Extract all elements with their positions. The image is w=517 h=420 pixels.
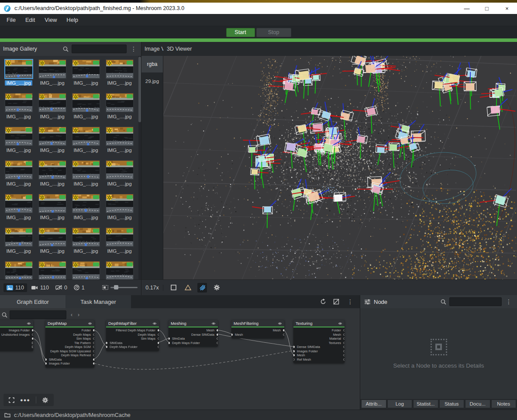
connector-pin[interactable] <box>231 334 233 336</box>
node-tab-statist[interactable]: Statist... <box>413 399 438 408</box>
thumbnail[interactable]: IMG_....jpg <box>35 158 69 192</box>
node-output-depth-maps-sgm-upscaled[interactable]: Depth Maps SGM Upscaled <box>45 349 94 354</box>
node-output-sim-maps[interactable]: Sim Maps <box>45 337 94 341</box>
camera-count-group[interactable]: 110 <box>29 283 51 292</box>
viewport-3d[interactable] <box>163 56 517 279</box>
connector-pin[interactable] <box>93 334 94 336</box>
thumbnail[interactable]: IMG_....jpg <box>35 91 69 124</box>
graph-settings-gear-icon[interactable] <box>42 397 48 403</box>
graph-node-meshfiltering[interactable]: MeshFilteringMeshMesh <box>231 320 284 338</box>
connector-pin[interactable] <box>343 354 345 356</box>
node-output-textures[interactable]: Textures <box>293 341 345 345</box>
node-tab-attrib[interactable]: Attrib... <box>361 399 386 408</box>
node-output-depth-maps[interactable]: Depth Maps <box>106 333 159 337</box>
bounding-box-icon[interactable] <box>169 283 178 293</box>
connector-pin[interactable] <box>93 342 94 344</box>
connector-pin[interactable] <box>106 346 107 348</box>
thumbnail[interactable]: IMG_....jpg <box>2 158 35 192</box>
node-input-sfmdata[interactable]: SfMData <box>45 358 94 362</box>
connector-pin[interactable] <box>158 334 159 336</box>
thumbnail[interactable]: IMG_....jpg <box>69 124 103 158</box>
node-input-images-folder[interactable]: Images Folder <box>45 361 94 366</box>
viewer-settings-gear-icon[interactable] <box>212 283 221 293</box>
thumbnail[interactable]: IMG_....jpg <box>69 225 103 259</box>
node-input-ref-mesh[interactable]: Ref Mesh <box>293 358 345 362</box>
next-result-icon[interactable]: › <box>78 312 79 318</box>
menu-edit[interactable]: Edit <box>21 15 40 25</box>
node-input-depth-maps-folder[interactable]: Depth Maps Folder <box>106 345 159 349</box>
connector-pin[interactable] <box>32 342 33 344</box>
maximize-button[interactable]: □ <box>477 3 497 14</box>
node-tab-notes[interactable]: Notes <box>491 399 517 408</box>
node-input-images-folder[interactable]: Images Folder <box>293 349 345 354</box>
connector-pin[interactable] <box>169 342 170 344</box>
graph-node-depthmapfilter[interactable]: DepthMapFilterFiltered Depth Maps Folder… <box>106 320 159 351</box>
connector-pin[interactable] <box>343 337 345 340</box>
node-output-dense-sfmdata[interactable]: Dense SfMData <box>169 333 218 337</box>
graph-node-meshing[interactable]: MeshingMeshDense SfMDataSfmDataDepth Map… <box>169 320 218 347</box>
node-input-dense-sfmdata[interactable]: Dense SfMData <box>293 345 345 349</box>
node-tab-status[interactable]: Status <box>439 399 465 408</box>
menu-view[interactable]: View <box>40 15 62 25</box>
tab-image-viewer[interactable]: Image V <box>141 46 163 52</box>
connector-pin[interactable] <box>106 342 107 344</box>
thumbnail[interactable]: IMG_....jpg <box>69 91 103 124</box>
node-input-s[interactable]: s <box>0 345 33 349</box>
stop-button[interactable]: Stop <box>256 28 291 37</box>
node-output-tile-pattern[interactable]: Tile Pattern <box>45 341 94 345</box>
node-output-sim-maps[interactable]: Sim Maps <box>106 337 159 341</box>
connector-pin[interactable] <box>293 354 295 356</box>
thumbnail[interactable]: IMG_....jpg <box>69 158 103 192</box>
node-output-depth-maps-refined[interactable]: Depth Maps Refined <box>45 353 94 358</box>
node-input-rs[interactable]: rs <box>0 341 33 345</box>
thumbnail[interactable]: IMG_....jpg <box>2 225 35 259</box>
connector-pin[interactable] <box>283 334 284 336</box>
connector-pin[interactable] <box>343 342 345 344</box>
node-output-images-folder[interactable]: Images Folder <box>0 328 33 333</box>
connector-pin[interactable] <box>158 337 159 340</box>
graph-node-depthmap[interactable]: DepthMapFolderDepth MapsSim MapsTile Pat… <box>45 320 94 368</box>
prev-result-icon[interactable]: ‹ <box>71 312 72 318</box>
connector-pin[interactable] <box>93 358 94 361</box>
close-button[interactable]: × <box>497 3 517 14</box>
connector-pin[interactable] <box>217 334 218 336</box>
connector-pin[interactable] <box>32 329 33 331</box>
thumbnail[interactable]: IMG_....jpg <box>2 57 35 91</box>
thumbnail[interactable]: IMG_....jpg <box>103 57 136 91</box>
gallery-scrollbar[interactable] <box>138 56 141 279</box>
thumbnail[interactable]: IMG_....jpg <box>103 225 136 259</box>
thumbnail[interactable]: IMG_....jpg <box>2 91 35 124</box>
intrinsics-count-group[interactable]: 1 <box>72 283 87 292</box>
channel-selector[interactable]: rgba <box>141 56 163 72</box>
node-output-mesh[interactable]: Mesh <box>231 328 284 333</box>
fit-graph-icon[interactable] <box>9 397 14 403</box>
node-output-depth-maps[interactable]: Depth Maps <box>45 333 94 337</box>
node-tab-log[interactable]: Log <box>387 399 413 408</box>
node-input-mesh[interactable]: Mesh <box>293 353 345 358</box>
connector-pin[interactable] <box>343 329 345 331</box>
node-output-mesh[interactable]: Mesh <box>293 333 345 337</box>
node-output-folder[interactable]: Folder <box>45 328 94 333</box>
minimize-button[interactable]: — <box>457 3 477 14</box>
thumbnail[interactable]: IMG_....jpg <box>69 57 103 91</box>
menu-help[interactable]: Help <box>62 15 83 25</box>
connector-pin[interactable] <box>158 342 159 344</box>
thumbnail[interactable]: IMG_....jpg <box>103 259 136 279</box>
node-output-folder[interactable]: Folder <box>293 328 345 333</box>
connector-pin[interactable] <box>32 334 33 336</box>
connector-pin[interactable] <box>32 337 33 340</box>
connector-pin[interactable] <box>169 337 170 340</box>
node-output-depth-maps-sgm[interactable]: Depth Maps SGM <box>45 345 94 349</box>
node-input-sfmdata[interactable]: SfmData <box>169 337 218 341</box>
connector-pin[interactable] <box>217 342 218 344</box>
node-tab-docu[interactable]: Docu... <box>465 399 490 408</box>
gallery-menu-icon[interactable]: ⋮ <box>130 45 138 52</box>
node-output-pin[interactable] <box>0 337 33 341</box>
node-input-depth-maps-folder[interactable]: Depth Maps Folder <box>169 341 218 345</box>
connector-pin[interactable] <box>217 329 218 331</box>
connector-pin[interactable] <box>93 346 94 348</box>
thumbnail[interactable]: IMG_....jpg <box>103 124 136 158</box>
thumbnail[interactable]: IMG_....jpg <box>103 192 136 225</box>
thumbnail[interactable]: IMG_....jpg <box>103 158 136 192</box>
more-options-icon[interactable]: ●●● <box>20 397 30 403</box>
